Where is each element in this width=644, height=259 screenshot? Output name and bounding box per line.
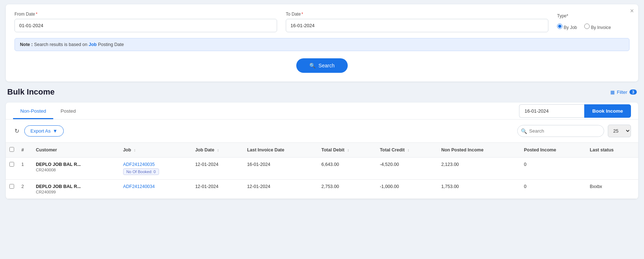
table-row: 1 DEPLO JOB BAL R... CR240008 ADF2412400… [6, 158, 638, 180]
col-job-date[interactable]: Job Date ↕ [192, 143, 243, 158]
row-1-customer-name: DEPLO JOB BAL R... [36, 162, 116, 167]
toolbar-left: ↻ Export As ▼ [13, 125, 64, 137]
row-2-customer: DEPLO JOB BAL R... CR240099 [32, 180, 120, 199]
page-title: Bulk Income [7, 87, 55, 97]
type-by-job-option[interactable]: By Job [557, 24, 577, 30]
note-job-link: Job [89, 42, 97, 47]
type-by-invoice-label: By Invoice [591, 25, 611, 30]
filter-count-badge: 3 [630, 89, 637, 95]
row-1-customer: DEPLO JOB BAL R... CR240008 [32, 158, 120, 180]
book-income-button[interactable]: Book Income [584, 104, 631, 118]
to-date-label: To Date* [286, 12, 548, 17]
row-1-checkbox[interactable] [9, 162, 14, 167]
col-job[interactable]: Job ↕ [120, 143, 192, 158]
filter-icon: ▦ [610, 89, 615, 95]
row-2-last-invoice-date: 12-01-2024 [243, 180, 318, 199]
note-suffix: Posting Date [98, 42, 124, 47]
type-group: Type* By Job By Invoice [557, 13, 630, 32]
row-1-job-id[interactable]: ADF241240035 [123, 162, 188, 167]
row-1-total-credit: -4,520.00 [376, 158, 438, 180]
row-2-job-date: 12-01-2024 [192, 180, 243, 199]
book-date-input[interactable] [519, 104, 584, 118]
row-1-posted-income: 0 [520, 158, 586, 180]
type-by-job-label: By Job [564, 25, 577, 30]
to-date-input[interactable] [286, 19, 548, 32]
data-table: # Customer Job ↕ Job Date ↕ Last Invoice… [6, 142, 638, 199]
row-1-job-badge: No Of Booked: 0 [123, 168, 159, 175]
tab-non-posted[interactable]: Non-Posted [13, 103, 53, 119]
tab-posted[interactable]: Posted [53, 103, 83, 119]
select-all-checkbox[interactable] [9, 147, 14, 152]
select-all-col [6, 143, 18, 158]
col-total-debit[interactable]: Total Debit ↕ [318, 143, 376, 158]
row-1-checkbox-cell [6, 158, 18, 180]
row-1-non-posted-income: 2,123.00 [438, 158, 520, 180]
col-non-posted-income: Non Posted Income [438, 143, 520, 158]
col-posted-income: Posted Income [520, 143, 586, 158]
table-search-icon: 🔍 [521, 128, 527, 134]
export-label: Export As [30, 128, 51, 134]
filter-button[interactable]: ▦ Filter 3 [610, 89, 637, 95]
to-date-group: To Date* [286, 12, 548, 32]
filter-label: Filter [617, 89, 627, 95]
type-by-job-radio[interactable] [557, 24, 563, 29]
col-last-status: Last status [586, 143, 638, 158]
from-date-label: From Date* [14, 12, 277, 17]
tabs-row: Non-Posted Posted Book Income [6, 103, 638, 120]
col-customer: Customer [32, 143, 120, 158]
row-2-job-id[interactable]: ADF241240034 [123, 184, 188, 189]
row-1-job-date: 12-01-2024 [192, 158, 243, 180]
export-button[interactable]: Export As ▼ [24, 125, 64, 137]
col-total-credit[interactable]: Total Credit ↕ [376, 143, 438, 158]
search-panel: × From Date* To Date* Type* [6, 4, 638, 82]
table-header-row: # Customer Job ↕ Job Date ↕ Last Invoice… [6, 143, 638, 158]
toolbar-row: ↻ Export As ▼ 🔍 25 50 100 [6, 120, 638, 142]
row-2-total-debit: 2,753.00 [318, 180, 376, 199]
from-date-input[interactable] [14, 19, 277, 32]
section-header: Bulk Income ▦ Filter 3 [6, 87, 638, 97]
row-2-checkbox-cell [6, 180, 18, 199]
table-search-wrap: 🔍 [517, 125, 604, 137]
toolbar-right: 🔍 25 50 100 [517, 125, 631, 137]
content-card: Non-Posted Posted Book Income ↻ Export A… [6, 103, 638, 199]
note-label: Note : [20, 42, 33, 47]
table-row: 2 DEPLO JOB BAL R... CR240099 ADF2412400… [6, 180, 638, 199]
book-income-area: Book Income [519, 104, 631, 118]
row-1-total-debit: 6,643.00 [318, 158, 376, 180]
row-2-non-posted-income: 1,753.00 [438, 180, 520, 199]
row-1-last-status [586, 158, 638, 180]
table-search-input[interactable] [517, 125, 604, 137]
row-2-posted-income: 0 [520, 180, 586, 199]
note-bar: Note : Search results is based on Job Po… [14, 38, 630, 51]
row-1-job: ADF241240035 No Of Booked: 0 [120, 158, 192, 180]
main-section: Bulk Income ▦ Filter 3 Non-Posted Posted [6, 87, 638, 206]
type-label: Type* [557, 13, 630, 18]
row-2-customer-name: DEPLO JOB BAL R... [36, 184, 116, 189]
type-by-invoice-radio[interactable] [584, 24, 590, 29]
search-icon: 🔍 [309, 63, 315, 68]
row-1-customer-sub: CR240008 [36, 168, 116, 172]
row-2-checkbox[interactable] [9, 184, 14, 189]
row-2-last-status: Bxxbx [586, 180, 638, 199]
refresh-button[interactable]: ↻ [13, 126, 21, 136]
row-2-customer-sub: CR240099 [36, 190, 116, 194]
row-2-total-credit: -1,000.00 [376, 180, 438, 199]
type-by-invoice-option[interactable]: By Invoice [584, 24, 611, 30]
row-2-num: 2 [18, 180, 32, 199]
col-last-invoice-date: Last Invoice Date [243, 143, 318, 158]
note-text: Search results is based on [34, 42, 89, 47]
tabs: Non-Posted Posted [13, 103, 83, 119]
row-1-last-invoice-date: 16-01-2024 [243, 158, 318, 180]
close-button[interactable]: × [630, 7, 634, 15]
search-button-label: Search [318, 63, 334, 68]
from-date-group: From Date* [14, 12, 277, 32]
row-1-num: 1 [18, 158, 32, 180]
page-size-select[interactable]: 25 50 100 [608, 125, 631, 137]
col-num: # [18, 143, 32, 158]
row-2-job: ADF241240034 [120, 180, 192, 199]
chevron-down-icon: ▼ [53, 128, 58, 134]
search-button[interactable]: 🔍 Search [296, 58, 347, 73]
